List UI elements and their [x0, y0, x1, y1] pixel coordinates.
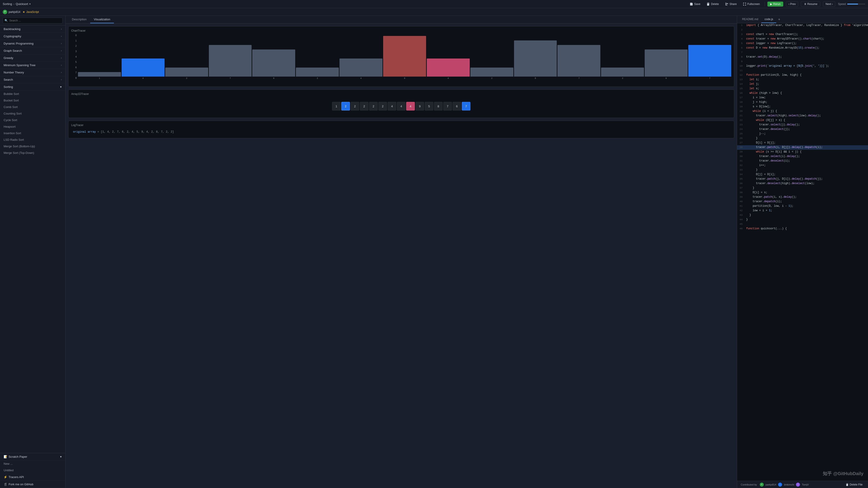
sidebar-item-mst[interactable]: Minimum Spanning Tree › — [0, 62, 65, 69]
array-cell: 4 — [388, 102, 396, 110]
array-tracer: 122222444958767 — [71, 97, 731, 115]
username[interactable]: parkjs814 — [8, 10, 20, 13]
sidebar-item-greedy[interactable]: Greedy › — [0, 55, 65, 62]
rerun-button[interactable]: ▶ Rerun — [767, 2, 783, 6]
delete-file-button[interactable]: Delete File — [844, 482, 864, 487]
line-content: D[j] = D[i]; — [745, 172, 868, 177]
prev-button[interactable]: ‹ Prev — [786, 1, 798, 7]
bar-item: 4 — [340, 59, 382, 79]
sidebar-sub-lsd-radix[interactable]: LSD Radix Sort — [0, 136, 65, 143]
breadcrumb-sorting[interactable]: Sorting — [3, 2, 12, 6]
code-line: 15 let s; — [737, 87, 868, 91]
trash-file-icon — [846, 483, 848, 486]
line-content: while (high > low) { — [745, 91, 868, 96]
line-number: 18 — [737, 100, 745, 105]
tab-visualization[interactable]: Visualization — [90, 16, 114, 23]
code-line: 34 D[j] = D[i]; — [737, 172, 868, 177]
line-number: 41 — [737, 204, 745, 208]
bar-item: 7 — [688, 45, 731, 79]
sidebar-item-number-theory[interactable]: Number Theory › — [0, 69, 65, 76]
chart-bar — [122, 59, 164, 76]
save-button[interactable]: Save — [688, 2, 702, 6]
line-number: 46 — [737, 227, 745, 231]
sidebar-sub-insertion-sort[interactable]: Insertion Sort — [0, 130, 65, 136]
line-number: 14 — [737, 82, 745, 87]
chart-bar — [165, 68, 208, 76]
speed-control[interactable]: Speed — [838, 2, 865, 6]
code-line: 11 — [737, 68, 868, 73]
resume-button[interactable]: ⏸ Resume — [801, 1, 820, 7]
bar-label: 2 — [491, 77, 492, 79]
code-tab-readme[interactable]: README.md — [739, 16, 761, 23]
next-icon: › — [832, 2, 833, 6]
search-input[interactable] — [3, 18, 63, 24]
sidebar-sub-untitled[interactable]: Untitled — [0, 467, 65, 474]
sidebar-item-fork-github[interactable]: 🍴 Fork me on GitHub — [0, 481, 65, 488]
middle-panel: Description Visualization ChartTracer 8 … — [66, 16, 737, 488]
contributor-1: parkjs814 — [766, 483, 776, 486]
bar-item: 1 — [78, 72, 121, 79]
line-number: 19 — [737, 105, 745, 109]
tab-description[interactable]: Description — [68, 16, 90, 23]
contributor-3: TomjV — [802, 483, 809, 486]
code-line: 3const chart = new ChartTracer(); — [737, 32, 868, 37]
bar-item: 4 — [427, 59, 470, 79]
log-content: original array = [1, 4, 2, 7, 6, 2, 4, 5… — [71, 129, 731, 135]
array-cell: 5 — [425, 102, 433, 110]
line-number: 15 — [737, 87, 745, 91]
bar-item: 4 — [122, 59, 164, 79]
play-icon: ▶ — [770, 2, 772, 6]
sidebar-item-graph-search[interactable]: Graph Search › — [0, 47, 65, 55]
share-button[interactable]: Share — [723, 2, 739, 6]
code-line: 9 — [737, 59, 868, 64]
star-icon: ★ — [23, 10, 25, 13]
delete-button[interactable]: Delete — [705, 2, 721, 6]
sidebar-item-scratch-paper[interactable]: 📝 Scratch Paper ▾ — [0, 453, 65, 460]
line-number: 38 — [737, 191, 745, 195]
sidebar-item-sorting[interactable]: Sorting ▾ — [0, 84, 65, 91]
language-label[interactable]: JavaScript — [26, 10, 39, 13]
sidebar-item-dynamic-programming[interactable]: Dynamic Programming › — [0, 40, 65, 47]
sidebar-sub-comb-sort[interactable]: Comb Sort — [0, 104, 65, 110]
sidebar-sub-bubble-sort[interactable]: Bubble Sort — [0, 91, 65, 97]
sidebar-sub-new[interactable]: New ... — [0, 460, 65, 467]
line-content — [745, 222, 868, 227]
array1d-tracer-section: Array1DTracer 122222444958767 — [68, 90, 734, 118]
bar-label: 6 — [666, 77, 667, 79]
breadcrumb-quicksort[interactable]: Quicksort — [16, 2, 28, 6]
line-number: 32 — [737, 163, 745, 168]
sidebar-item-search[interactable]: Search › — [0, 76, 65, 84]
line-number: 23 — [737, 123, 745, 127]
line-number: 6 — [737, 46, 745, 51]
sidebar-sub-merge-bottom[interactable]: Merge Sort (Bottom-Up) — [0, 143, 65, 150]
code-line: 38 D[i] = s; — [737, 191, 868, 195]
add-tab-button[interactable]: + — [776, 17, 782, 22]
user-badge: P parkjs814 — [3, 10, 20, 14]
sidebar-item-cryptography[interactable]: Cryptography › — [0, 33, 65, 40]
bar-label: 2 — [622, 77, 623, 79]
speed-slider[interactable] — [847, 4, 865, 4]
github-icon: 🍴 — [4, 483, 7, 486]
code-tab-codejs[interactable]: code.js — [761, 16, 776, 23]
sidebar-item-backtracking[interactable]: Backtracking › — [0, 26, 65, 33]
sidebar-item-tracers-api[interactable]: ⚡ Tracers API — [0, 474, 65, 481]
search-box: 🔍 — [0, 16, 65, 26]
sidebar-sub-heapsort[interactable]: Heapsort — [0, 123, 65, 130]
line-number: 2 — [737, 28, 745, 32]
sidebar-sub-bucket-sort[interactable]: Bucket Sort — [0, 97, 65, 104]
line-content: tracer.deselect(j); — [745, 127, 868, 132]
bar-item: 9 — [383, 36, 426, 79]
line-content: } — [745, 213, 868, 218]
breadcrumb-dropdown[interactable]: ▾ — [29, 3, 31, 5]
sidebar-sub-merge-top[interactable]: Merge Sort (Top-Down) — [0, 150, 65, 156]
next-button[interactable]: Next › — [823, 1, 835, 7]
chart-bar — [688, 45, 731, 76]
bar-label: 1 — [99, 77, 100, 79]
bar-item: 6 — [252, 50, 295, 79]
sidebar-sub-cycle-sort[interactable]: Cycle Sort — [0, 117, 65, 123]
fullscreen-button[interactable]: Fullscreen — [741, 2, 762, 6]
sidebar-sub-counting-sort[interactable]: Counting Sort — [0, 110, 65, 117]
y-axis: 8 7 6 5 4 3 2 1 0 — [71, 34, 78, 79]
code-line: 30 tracer.select(i).delay(); — [737, 154, 868, 159]
bar-item: 2 — [165, 68, 208, 79]
